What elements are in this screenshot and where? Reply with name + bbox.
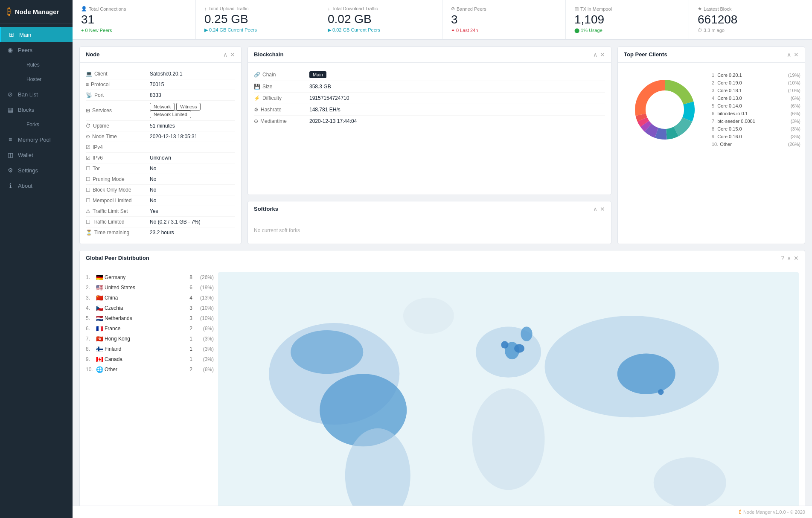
donut-container: 1.Core 0.20.1(19%)2.Core 0.19.0(10%)3.Co… xyxy=(618,63,805,157)
help-icon[interactable]: ? xyxy=(781,255,784,262)
dist-flag-4: 🇳🇱 xyxy=(94,315,105,322)
stat-card-4: ▤TX in Mempool 1,109 ⬤ 1% Usage xyxy=(566,0,689,39)
node-value-10: No xyxy=(150,187,235,193)
dist-row-3: 4. 🇨🇿 Czechia 3 (10%) xyxy=(86,303,214,313)
sidebar-item-settings[interactable]: ⚙Settings xyxy=(0,163,73,178)
sidebar-item-peers[interactable]: ◉Peers xyxy=(0,42,73,58)
stat-icon-3: ⊘ xyxy=(451,6,455,12)
sidebar-label-blocks: Blocks xyxy=(18,107,34,113)
stat-label-4: ▤TX in Mempool xyxy=(574,6,680,12)
softforks-header: Softforks ∧ ✕ xyxy=(248,201,611,217)
close-icon[interactable]: ✕ xyxy=(230,51,235,58)
dist-country-9: Other xyxy=(105,367,180,372)
stat-card-3: ⊘Banned Peers 3 ✦ 0 Last 24h xyxy=(442,0,566,39)
stat-label-2: ↓Total Download Traffic xyxy=(328,6,434,11)
close-icon[interactable]: ✕ xyxy=(794,255,799,262)
node-label-12: ⚠Traffic Limit Set xyxy=(86,208,150,214)
sidebar-item-wallet[interactable]: ◫Wallet xyxy=(0,147,73,163)
node-value-11: No xyxy=(150,198,235,204)
sidebar-icon-about: ℹ xyxy=(7,182,14,189)
stat-value-1: 0.25 GB xyxy=(204,13,310,26)
bc-value-2: 19157154724710 xyxy=(309,95,349,101)
node-label-7: ☑IPv6 xyxy=(86,155,150,161)
stat-card-1: ↑Total Upload Traffic 0.25 GB ▶ 0.24 GB … xyxy=(196,0,319,39)
node-label-10: ☐Block Only Mode xyxy=(86,187,150,193)
stat-card-0: 👤Total Connections 31 + 0 New Peers xyxy=(73,0,196,39)
sidebar-item-about[interactable]: ℹAbout xyxy=(0,178,73,193)
dist-rank-5: 6. xyxy=(86,326,94,332)
global-peer-controls[interactable]: ? ∧ ✕ xyxy=(781,255,799,262)
peer-item-2: 3.Core 0.18.1(10%) xyxy=(712,87,800,94)
sidebar-item-main[interactable]: ⊞Main xyxy=(0,27,73,42)
peer-rank-0: 1.Core 0.20.1 xyxy=(712,73,742,78)
stat-value-3: 3 xyxy=(451,13,557,26)
dist-count-8: 1 xyxy=(180,356,192,362)
sidebar-item-blocks[interactable]: ▦Blocks xyxy=(0,102,73,117)
stat-sub-3: ✦ 0 Last 24h xyxy=(451,28,557,33)
dist-flag-6: 🇭🇰 xyxy=(94,335,105,342)
dist-row-1: 2. 🇺🇸 United States 6 (19%) xyxy=(86,282,214,293)
close-icon[interactable]: ✕ xyxy=(794,51,799,58)
sidebar-item-rules[interactable]: Rules xyxy=(0,58,73,72)
sidebar-item-mempool[interactable]: ≡Memory Pool xyxy=(0,132,73,147)
content-area: Node ∧ ✕ 💻ClientSatoshi:0.20.1≡Protocol7… xyxy=(73,40,812,506)
node-label-2: 📡Port xyxy=(86,92,150,98)
dist-pct-5: (6%) xyxy=(192,326,214,332)
dist-count-6: 1 xyxy=(180,336,192,342)
node-value-5: 2020-12-13 18:05:31 xyxy=(150,134,235,140)
stat-label-5: ★Lastest Block xyxy=(698,6,803,12)
node-label-1: ≡Protocol xyxy=(86,81,150,87)
collapse-icon[interactable]: ∧ xyxy=(787,51,791,58)
blockchain-controls[interactable]: ∧ ✕ xyxy=(593,51,605,58)
peer-item-3: 4.Core 0.13.0(6%) xyxy=(712,94,800,102)
collapse-icon[interactable]: ∧ xyxy=(593,51,597,58)
softforks-controls[interactable]: ∧ ✕ xyxy=(593,206,605,212)
dist-count-7: 1 xyxy=(180,346,192,352)
peer-item-4: 5.Core 0.14.0(6%) xyxy=(712,102,800,110)
collapse-icon[interactable]: ∧ xyxy=(787,255,791,262)
stat-sub-2: ▶ 0.02 GB Current Peers xyxy=(328,27,434,33)
peer-item-6: 7.btc-seeder 0.0001(3%) xyxy=(712,117,800,125)
top-peers-controls[interactable]: ∧ ✕ xyxy=(787,51,799,58)
sidebar-item-banlist[interactable]: ⊘Ban List xyxy=(0,87,73,102)
node-label-8: ☐Tor xyxy=(86,166,150,172)
dist-flag-0: 🇩🇪 xyxy=(94,274,105,281)
sidebar-nav: ⊞Main◉PeersRulesHoster⊘Ban List▦BlocksFo… xyxy=(0,23,73,518)
stat-sub-5: ⏱ 3.3 m ago xyxy=(698,28,803,33)
global-peer-title: Global Peer Distribution xyxy=(86,255,149,261)
node-panel-controls[interactable]: ∧ ✕ xyxy=(223,51,235,58)
bc-label-4: ⊙Mediantime xyxy=(254,118,309,124)
dist-rank-2: 3. xyxy=(86,295,94,301)
node-row-3: ⊞ServicesNetworkWitnessNetwork Limited xyxy=(86,101,235,121)
close-icon[interactable]: ✕ xyxy=(600,206,605,212)
donut-chart xyxy=(622,67,707,152)
svg-point-15 xyxy=(403,297,454,334)
node-value-8: No xyxy=(150,166,235,172)
node-label-6: ☑IPv4 xyxy=(86,144,150,150)
node-row-8: ☐TorNo xyxy=(86,163,235,174)
node-panel-title: Node xyxy=(86,51,100,58)
global-peer-panel: Global Peer Distribution ? ∧ ✕ 1. 🇩🇪 Ger… xyxy=(79,250,805,506)
node-value-9: No xyxy=(150,176,235,182)
sidebar-item-forks[interactable]: Forks xyxy=(0,117,73,132)
node-value-14: 23.2 hours xyxy=(150,230,235,236)
node-label-4: ⏱Uptime xyxy=(86,123,150,129)
node-row-4: ⏱Uptime51 minutes xyxy=(86,121,235,131)
peer-pct-0: (19%) xyxy=(788,73,800,78)
stat-icon-2: ↓ xyxy=(328,6,330,11)
stat-sub-4: ⬤ 1% Usage xyxy=(574,28,680,33)
node-value-3: NetworkWitnessNetwork Limited xyxy=(150,103,235,118)
collapse-icon[interactable]: ∧ xyxy=(223,51,227,58)
sidebar-label-settings: Settings xyxy=(18,167,38,174)
node-row-0: 💻ClientSatoshi:0.20.1 xyxy=(86,69,235,79)
dist-count-0: 8 xyxy=(180,274,192,280)
node-row-14: ⏳Time remaining23.2 hours xyxy=(86,227,235,238)
stat-icon-5: ★ xyxy=(698,6,702,12)
node-value-12: Yes xyxy=(150,208,235,214)
peer-pct-9: (26%) xyxy=(788,142,800,147)
sidebar-item-hoster[interactable]: Hoster xyxy=(0,72,73,87)
bc-label-1: 💾Size xyxy=(254,84,309,90)
peer-rank-8: 9.Core 0.16.0 xyxy=(712,134,742,139)
collapse-icon[interactable]: ∧ xyxy=(593,206,597,212)
close-icon[interactable]: ✕ xyxy=(600,51,605,58)
